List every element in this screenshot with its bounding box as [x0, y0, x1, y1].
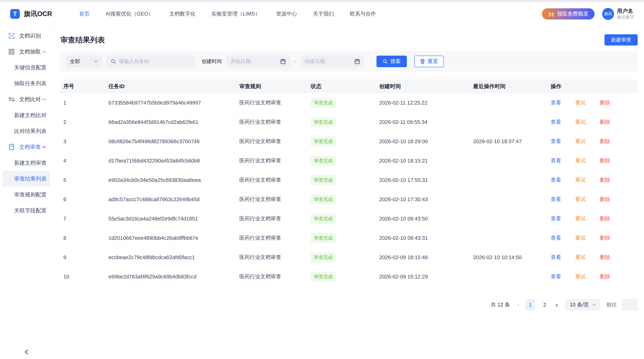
delete-link[interactable]: 删除: [600, 119, 610, 126]
view-link[interactable]: 查看: [551, 234, 561, 242]
nav-item[interactable]: 资源中心: [276, 10, 297, 18]
retry-link[interactable]: 重试: [575, 196, 586, 203]
cell-index: 5: [60, 177, 106, 183]
view-link[interactable]: 查看: [551, 254, 561, 261]
view-link[interactable]: 查看: [551, 215, 561, 222]
sidebar-item-document-review[interactable]: 文档审查: [0, 139, 53, 155]
user-org: 旗讯数字: [617, 15, 634, 20]
end-date-field[interactable]: [301, 56, 364, 67]
page-number-2[interactable]: 2: [540, 299, 550, 310]
cell-actions: 查看 重试 删除: [548, 138, 638, 145]
nav-item[interactable]: AI搜索优化（GEO）: [106, 10, 154, 18]
status-badge: 审查完成: [311, 117, 336, 127]
view-link[interactable]: 查看: [551, 176, 561, 184]
view-link[interactable]: 查看: [551, 196, 561, 203]
free-quota-button[interactable]: 领取免费额度: [542, 8, 594, 20]
delete-link[interactable]: 删除: [600, 138, 610, 145]
retry-link[interactable]: 重试: [575, 138, 586, 145]
cell-status: 审查完成: [308, 175, 376, 185]
sidebar-item-new-doc-review[interactable]: 新建文档审查: [2, 155, 50, 171]
next-page-button[interactable]: ›: [554, 301, 559, 308]
retry-link[interactable]: 重试: [575, 119, 586, 126]
view-link[interactable]: 查看: [551, 99, 561, 106]
brand-logo[interactable]: T: [10, 9, 20, 19]
sidebar-item-compare-result-list[interactable]: 比对结果列表: [2, 123, 50, 139]
prev-page-button[interactable]: ‹: [516, 301, 520, 308]
sidebar-item-new-doc-compare[interactable]: 新建文档比对: [2, 107, 50, 123]
delete-link[interactable]: 删除: [600, 273, 610, 280]
cell-rule: 医药行业文档审查: [236, 176, 308, 184]
table-row: 7 55e5ac3d16ca4a248ef2e9dfc74d1851 医药行业文…: [60, 209, 638, 228]
retry-link[interactable]: 重试: [575, 273, 586, 280]
sidebar-item-review-rule-config[interactable]: 审查规则配置: [2, 187, 50, 203]
user-menu[interactable]: 旗讯 用户名 旗讯数字: [602, 8, 634, 20]
status-badge: 审查完成: [311, 233, 336, 243]
sidebar-item-document-extraction[interactable]: 文档抽取: [0, 44, 53, 60]
date-range-separator: -: [294, 59, 296, 64]
page-number-1[interactable]: 1: [526, 299, 535, 310]
cell-status: 审查完成: [308, 214, 376, 224]
sidebar-item-review-result-list[interactable]: 审查结果列表: [2, 171, 50, 187]
search-button[interactable]: 搜索: [376, 56, 407, 67]
retry-link[interactable]: 重试: [575, 234, 586, 242]
goto-page-input[interactable]: [622, 299, 638, 311]
table-header-cell: 操作: [548, 83, 638, 90]
view-link[interactable]: 查看: [551, 157, 561, 164]
nav-item[interactable]: 首页: [79, 10, 90, 18]
view-link[interactable]: 查看: [551, 273, 561, 280]
retry-link[interactable]: 重试: [575, 157, 586, 164]
sidebar-collapse-button[interactable]: [0, 349, 53, 356]
new-review-button[interactable]: 新建审查: [604, 34, 638, 46]
delete-link[interactable]: 删除: [600, 157, 610, 164]
sidebar-item-related-field-config[interactable]: 关联字段配置: [2, 203, 50, 218]
view-link[interactable]: 查看: [551, 119, 561, 126]
delete-link[interactable]: 删除: [600, 215, 610, 222]
view-link[interactable]: 查看: [551, 138, 561, 145]
app-window: T 旗讯OCR 首页 AI搜索优化（GEO） 文档数字化 实验室管理（LIMS）…: [0, 0, 644, 359]
retry-link[interactable]: 重试: [575, 99, 586, 106]
status-select[interactable]: 全部: [66, 56, 102, 67]
cell-task-id: d17bea715bbd432290a453a84fc560b8: [106, 158, 236, 164]
nav-item[interactable]: 关于我们: [313, 10, 334, 18]
delete-link[interactable]: 删除: [600, 176, 610, 184]
delete-link[interactable]: 删除: [600, 99, 610, 106]
delete-link[interactable]: 删除: [600, 254, 610, 261]
task-id-input[interactable]: [119, 59, 190, 64]
cell-index: 10: [60, 274, 106, 280]
table-row: 5 e902a34cb0c34e50a25c693830aa6eea 医药行业文…: [60, 170, 638, 190]
nav-item[interactable]: 文档数字化: [169, 10, 196, 18]
page-size-select[interactable]: 10 条/页: [566, 299, 600, 311]
end-date-input[interactable]: [305, 59, 353, 64]
sidebar-item-key-info-config[interactable]: 关键信息配置: [2, 60, 50, 76]
cell-task-id: 08c6826e7b4f496d82789366c3700746: [106, 139, 236, 144]
start-date-input[interactable]: [230, 59, 278, 64]
cell-index: 9: [60, 254, 106, 260]
cell-rule: 医药行业文档审查: [236, 119, 308, 126]
retry-link[interactable]: 重试: [575, 254, 586, 261]
pagination: 共 12 条 ‹ 1 2 › 10 条/页 前往: [60, 299, 638, 311]
reset-button[interactable]: 重置: [414, 56, 444, 67]
sidebar-item-document-compare[interactable]: 文档比对: [0, 91, 53, 107]
task-id-search-field[interactable]: [106, 56, 194, 67]
cell-created-time: 2026-02-10 09:43:31: [376, 235, 470, 241]
sidebar-item-extract-task-list[interactable]: 抽取任务列表: [2, 76, 50, 91]
cell-index: 1: [60, 100, 106, 106]
delete-link[interactable]: 删除: [600, 234, 610, 242]
table-header-cell: 创建时间: [376, 83, 470, 90]
cell-created-time: 2026-02-09 18:15:46: [376, 254, 470, 260]
table-header-cell: 审查规则: [236, 83, 308, 90]
start-date-field[interactable]: [226, 56, 290, 67]
nav-item[interactable]: 联系与合作: [350, 10, 376, 18]
sidebar-item-document-recognition[interactable]: 文档识别: [0, 28, 53, 44]
retry-link[interactable]: 重试: [575, 176, 586, 184]
retry-link[interactable]: 重试: [575, 215, 586, 222]
delete-link[interactable]: 删除: [600, 196, 610, 203]
cell-index: 4: [60, 158, 106, 164]
sidebar-item-label: 文档审查: [19, 143, 41, 151]
cell-created-time: 2026-02-10 17:55:31: [376, 177, 470, 183]
cell-created-time: 2026-02-10 18:29:00: [376, 139, 470, 144]
nav-item[interactable]: 实验室管理（LIMS）: [211, 10, 260, 18]
cell-created-time: 2026-02-09 15:12:29: [376, 274, 470, 280]
avatar-text: 旗讯: [604, 11, 612, 17]
cell-task-id: e69be2d783af4f629a9c69b4db83fccd: [106, 274, 236, 280]
